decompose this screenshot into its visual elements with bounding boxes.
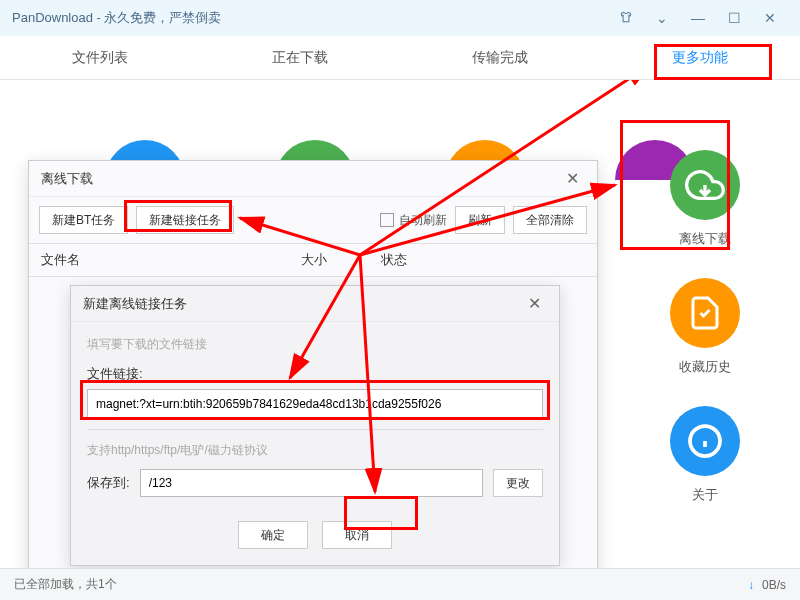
dropdown-icon[interactable]: ⌄ <box>644 10 680 26</box>
col-filename: 文件名 <box>41 251 301 269</box>
auto-refresh-checkbox[interactable]: 自动刷新 <box>380 212 447 229</box>
tab-more[interactable]: 更多功能 <box>600 36 800 79</box>
refresh-button[interactable]: 刷新 <box>455 206 505 234</box>
sidebar-item-history[interactable]: 收藏历史 <box>670 278 740 376</box>
sidebar-item-label: 关于 <box>692 486 718 504</box>
protocol-hint: 支持http/https/ftp/电驴/磁力链协议 <box>87 429 543 459</box>
clear-all-button[interactable]: 全部清除 <box>513 206 587 234</box>
save-label: 保存到: <box>87 474 130 492</box>
col-status: 状态 <box>381 251 585 269</box>
titlebar: PanDownload - 永久免费，严禁倒卖 ⌄ — ☐ ✕ <box>0 0 800 36</box>
dialog-header: 新建离线链接任务 ✕ <box>71 286 559 322</box>
sidebar-item-label: 收藏历史 <box>679 358 731 376</box>
minimize-button[interactable]: — <box>680 10 716 26</box>
theme-icon[interactable] <box>608 10 644 27</box>
dialog-toolbar: 新建BT任务 新建链接任务 自动刷新 刷新 全部清除 <box>29 197 597 243</box>
col-size: 大小 <box>301 251 381 269</box>
sidebar-item-about[interactable]: 关于 <box>670 406 740 504</box>
history-icon <box>670 278 740 348</box>
dialog-title: 新建离线链接任务 <box>83 295 522 313</box>
main-area: 离线下载 收藏历史 关于 离线下载 ✕ 新建BT任务 新建链接任务 自动刷新 <box>0 80 800 560</box>
tab-completed[interactable]: 传输完成 <box>400 36 600 79</box>
close-icon[interactable]: ✕ <box>560 169 585 188</box>
info-icon <box>670 406 740 476</box>
link-label: 文件链接: <box>87 365 543 383</box>
new-link-task-dialog: 新建离线链接任务 ✕ 填写要下载的文件链接 文件链接: 支持http/https… <box>70 285 560 566</box>
save-row: 保存到: 更改 <box>87 469 543 497</box>
sidebar-item-offline[interactable]: 离线下载 <box>670 150 740 248</box>
checkbox-label: 自动刷新 <box>399 212 447 229</box>
change-button[interactable]: 更改 <box>493 469 543 497</box>
new-link-button[interactable]: 新建链接任务 <box>136 206 234 234</box>
save-path-input[interactable] <box>140 469 483 497</box>
dialog-footer: 确定 取消 <box>71 511 559 565</box>
new-bt-button[interactable]: 新建BT任务 <box>39 206 128 234</box>
hint-text: 填写要下载的文件链接 <box>87 336 543 353</box>
close-icon[interactable]: ✕ <box>522 294 547 313</box>
download-icon: ↓ <box>748 578 754 592</box>
window-title: PanDownload - 永久免费，严禁倒卖 <box>12 9 608 27</box>
close-button[interactable]: ✕ <box>752 10 788 26</box>
maximize-button[interactable]: ☐ <box>716 10 752 26</box>
tab-bar: 文件列表 正在下载 传输完成 更多功能 <box>0 36 800 80</box>
link-input[interactable] <box>87 389 543 419</box>
cancel-button[interactable]: 取消 <box>322 521 392 549</box>
dialog-header: 离线下载 ✕ <box>29 161 597 197</box>
statusbar: 已全部加载，共1个 ↓ 0B/s <box>0 568 800 600</box>
speed-text: 0B/s <box>762 578 786 592</box>
sidebar: 离线下载 收藏历史 关于 <box>670 150 740 504</box>
dialog-body: 填写要下载的文件链接 文件链接: 支持http/https/ftp/电驴/磁力链… <box>71 322 559 511</box>
status-text: 已全部加载，共1个 <box>14 576 748 593</box>
sidebar-item-label: 离线下载 <box>679 230 731 248</box>
table-header: 文件名 大小 状态 <box>29 243 597 277</box>
checkbox-box <box>380 213 394 227</box>
cloud-download-icon <box>670 150 740 220</box>
tab-downloading[interactable]: 正在下载 <box>200 36 400 79</box>
tab-filelist[interactable]: 文件列表 <box>0 36 200 79</box>
dialog-title: 离线下载 <box>41 170 560 188</box>
ok-button[interactable]: 确定 <box>238 521 308 549</box>
